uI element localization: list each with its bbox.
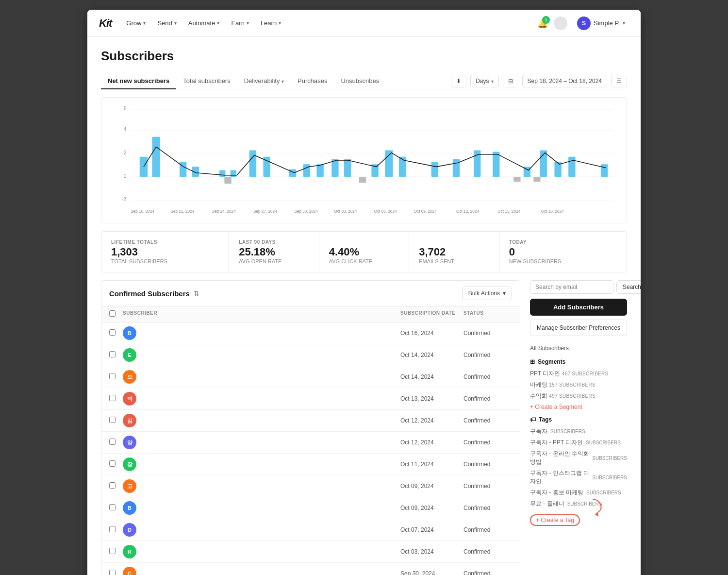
segment-item[interactable]: PPT 디자인 467 SUBSCRIBERS: [530, 368, 627, 379]
download-btn[interactable]: ⬇: [451, 75, 466, 87]
select-all-checkbox[interactable]: [109, 310, 116, 317]
svg-text:Oct 09, 2024: Oct 09, 2024: [414, 209, 437, 214]
all-subscribers-link[interactable]: All Subscribers: [530, 343, 627, 354]
row-checkbox-3[interactable]: [109, 395, 116, 401]
create-tag-area: + Create a Tag: [530, 511, 627, 526]
user-chevron-icon: ▾: [623, 20, 625, 26]
logo: Kit: [99, 17, 112, 30]
svg-rect-29: [493, 152, 499, 177]
nav-grow[interactable]: Grow ▾: [121, 17, 150, 30]
subscriber-status: Confirmed: [463, 570, 512, 575]
notification-bell[interactable]: 🔔 1: [537, 18, 548, 29]
svg-rect-22: [344, 159, 351, 177]
arrow-annotation: [588, 497, 617, 516]
subscription-date: Oct 12, 2024: [400, 417, 463, 424]
page-area: Subscribers Net new subscribers Total su…: [87, 37, 641, 575]
subscription-date: Oct 07, 2024: [400, 526, 463, 533]
svg-text:0: 0: [124, 173, 127, 179]
svg-text:Sep 18, 2024: Sep 18, 2024: [131, 209, 154, 214]
filter-btn[interactable]: ⊟: [503, 75, 518, 87]
tab-purchases[interactable]: Purchases: [291, 73, 334, 89]
search-btn[interactable]: Search: [616, 280, 641, 294]
bulk-actions-btn[interactable]: Bulk Actions ▾: [462, 287, 512, 300]
create-tag-link[interactable]: + Create a Tag: [530, 514, 580, 526]
svg-text:Oct 12, 2024: Oct 12, 2024: [456, 209, 479, 214]
search-input[interactable]: [530, 280, 613, 294]
svg-text:2: 2: [124, 150, 127, 155]
svg-rect-18: [289, 169, 296, 176]
svg-text:Oct 06, 2024: Oct 06, 2024: [374, 209, 397, 214]
date-range-btn[interactable]: Sep 18, 2024 – Oct 18, 2024: [522, 75, 607, 87]
tag-item[interactable]: 구독자 SUBSCRIBERS: [530, 426, 627, 437]
tab-controls: ⬇ Days ▾ ⊟ Sep 18, 2024 – Oct 18, 2024 ☰: [451, 75, 627, 87]
table-row: E Oct 14, 2024 Confirmed: [101, 344, 520, 366]
row-checkbox-11[interactable]: [109, 570, 116, 575]
row-checkbox-2[interactable]: [109, 373, 116, 379]
tab-unsubscribes[interactable]: Unsubscribes: [334, 73, 386, 89]
days-btn[interactable]: Days ▾: [470, 75, 498, 87]
table-header: Confirmed Subscribers ⇅ Bulk Actions ▾: [101, 281, 520, 306]
subscriber-avatar: 양: [123, 436, 136, 449]
user-menu[interactable]: S Simple P. ▾: [573, 15, 629, 32]
bulk-chevron-icon: ▾: [503, 290, 506, 297]
subscriber-status: Confirmed: [463, 461, 512, 468]
nav-automate[interactable]: Automate ▾: [183, 17, 225, 30]
tag-item[interactable]: 구독자 - PPT 디자인 SUBSCRIBERS: [530, 437, 627, 448]
nav-earn[interactable]: Earn ▾: [226, 17, 253, 30]
subscriber-status: Confirmed: [463, 526, 512, 533]
row-checkbox-0[interactable]: [109, 329, 116, 336]
subscriber-status: Confirmed: [463, 439, 512, 446]
segment-item[interactable]: 마케팅 157 SUBSCRIBERS: [530, 379, 627, 390]
download-icon: ⬇: [456, 78, 461, 85]
svg-rect-38: [533, 177, 540, 182]
tag-item[interactable]: 구독자 - 온라인 수익화 방법 SUBSCRIBERS: [530, 448, 627, 468]
svg-rect-26: [431, 162, 438, 177]
row-checkbox-4[interactable]: [109, 417, 116, 423]
row-checkbox-6[interactable]: [109, 460, 116, 467]
add-subscribers-btn[interactable]: Add Subscribers: [530, 299, 627, 316]
subscription-date: Oct 13, 2024: [400, 395, 463, 402]
svg-text:Oct 18, 2024: Oct 18, 2024: [541, 209, 564, 214]
subscriber-avatar: R: [123, 545, 136, 558]
subscriber-avatar: B: [123, 326, 136, 340]
subscribers-chart: 6 4 2 0 -2: [109, 105, 619, 215]
table-row: B Oct 09, 2024 Confirmed: [101, 497, 520, 519]
subscribers-table: Confirmed Subscribers ⇅ Bulk Actions ▾ S…: [101, 280, 520, 575]
tab-net-new[interactable]: Net new subscribers: [101, 73, 176, 89]
table-row: B Oct 16, 2024 Confirmed: [101, 322, 520, 344]
nav-learn[interactable]: Learn ▾: [256, 17, 286, 30]
menu-btn[interactable]: ☰: [611, 75, 627, 87]
row-checkbox-9[interactable]: [109, 526, 116, 532]
nav-send[interactable]: Send ▾: [152, 17, 181, 30]
segment-item[interactable]: 수익화 497 SUBSCRIBERS: [530, 390, 627, 402]
tab-deliverability[interactable]: Deliverability ▾: [237, 73, 291, 89]
search-area: Search: [530, 280, 627, 294]
navbar: Kit Grow ▾ Send ▾ Automate ▾ Earn ▾ Lear…: [87, 10, 641, 37]
tab-total[interactable]: Total subscribers: [176, 73, 237, 89]
stat-lifetime: LIFETIME TOTALS 1,303 TOTAL SUBSCRIBERS: [101, 232, 229, 272]
manage-prefs-btn[interactable]: Manage Subscriber Preferences: [530, 320, 627, 336]
row-checkbox-1[interactable]: [109, 351, 116, 357]
table-row: C Sep 30, 2024 Confirmed: [101, 563, 520, 575]
notification-badge: 1: [542, 16, 550, 24]
svg-rect-33: [568, 157, 575, 177]
subscription-date: Sep 30, 2024: [400, 570, 463, 575]
help-circle[interactable]: [554, 17, 567, 30]
subscription-date: Oct 11, 2024: [400, 461, 463, 468]
svg-rect-27: [453, 159, 460, 177]
subscriber-status: Confirmed: [463, 330, 512, 337]
navbar-right: 🔔 1 S Simple P. ▾: [537, 15, 629, 32]
row-checkbox-8[interactable]: [109, 504, 116, 510]
segments-icon: ⊞: [530, 358, 535, 365]
svg-rect-21: [331, 159, 338, 177]
row-checkbox-7[interactable]: [109, 482, 116, 489]
svg-rect-34: [601, 164, 608, 177]
create-segment-link[interactable]: + Create a Segment: [530, 404, 627, 410]
row-checkbox-5[interactable]: [109, 439, 116, 445]
row-checkbox-10[interactable]: [109, 548, 116, 554]
lower-section: Confirmed Subscribers ⇅ Bulk Actions ▾ S…: [101, 280, 627, 575]
tag-item[interactable]: 구독자 - 인스타그램 디자인 SUBSCRIBERS: [530, 468, 627, 487]
subscription-date: Oct 09, 2024: [400, 483, 463, 490]
column-headers: SUBSCRIBER SUBSCRIPTION DATE STATUS: [101, 306, 520, 322]
sort-icon[interactable]: ⇅: [194, 289, 199, 297]
